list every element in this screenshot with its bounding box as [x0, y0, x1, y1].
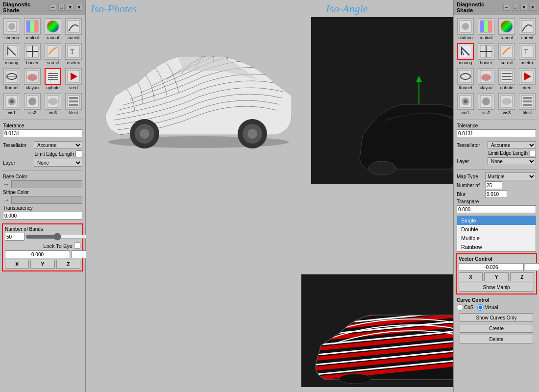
svg-rect-36	[69, 100, 78, 102]
svg-rect-4	[30, 21, 34, 32]
right-x-button[interactable]: X	[459, 272, 483, 281]
left-icon-rancol[interactable]: rancol	[43, 17, 63, 41]
right-icon-ophote[interactable]: ophote	[497, 67, 516, 91]
right-panel-restore[interactable]: □	[512, 4, 519, 11]
left-icon-horver[interactable]: horver	[23, 42, 42, 66]
transparency-input[interactable]	[3, 212, 82, 220]
map-type-menu: Single Double Multiple Rainbow	[457, 216, 536, 252]
base-color-swatch[interactable]	[11, 180, 82, 188]
left-icon-isoang[interactable]: isoang	[2, 42, 22, 66]
left-panel-close[interactable]: ✕	[75, 4, 82, 11]
bands-slider[interactable]	[25, 234, 89, 240]
iso-photes-viewport	[91, 17, 306, 159]
svg-point-33	[48, 98, 58, 105]
stripe-color-arrow[interactable]: →	[3, 196, 10, 204]
map-type-dropdown[interactable]: Multiple Single Double Rainbow	[485, 172, 536, 180]
main-area: Iso-Photes Iso-Angle	[86, 0, 453, 392]
right-icon-curevl[interactable]: curevl	[517, 17, 537, 41]
svg-point-55	[368, 161, 396, 175]
svg-rect-35	[69, 97, 78, 99]
right-icon-vis1[interactable]: vis1	[456, 92, 475, 116]
bands-input[interactable]	[5, 233, 24, 241]
base-color-label: Base Color	[3, 174, 82, 179]
right-tolerance-input[interactable]	[457, 129, 536, 137]
visual-radio[interactable]	[477, 304, 484, 311]
transparency-label: Transparency	[3, 205, 33, 211]
single-option[interactable]: Single	[457, 216, 536, 225]
left-icon-vred[interactable]: vred	[64, 67, 83, 91]
limit-edge-checkbox[interactable]	[75, 150, 82, 158]
delete-btn[interactable]: Delete	[460, 335, 533, 343]
iso-photes-car-svg	[91, 17, 306, 159]
right-icon-vis2[interactable]: vis2	[476, 92, 496, 116]
vector-x-input[interactable]	[459, 263, 524, 271]
num-of-label: Number of	[457, 183, 484, 188]
svg-rect-107	[523, 97, 532, 99]
right-layer-dropdown[interactable]: None	[488, 157, 536, 165]
right-panel-menu[interactable]: ▼	[520, 4, 527, 11]
right-icon-filest[interactable]: filest	[517, 92, 537, 116]
left-icon-vis3[interactable]: vis3	[43, 92, 63, 116]
blur-input[interactable]	[485, 190, 507, 198]
show-manip-button[interactable]: Show Manip	[459, 283, 534, 292]
left-icon-usetex[interactable]: T usetex	[64, 42, 83, 66]
z-button[interactable]: Z	[56, 260, 80, 269]
show-curves-only-btn[interactable]: Show Curves Only	[460, 313, 533, 322]
x-value-input[interactable]	[5, 250, 70, 258]
svg-point-75	[462, 23, 469, 30]
right-icon-usetex[interactable]: T usetex	[517, 42, 537, 66]
left-icon-surevl[interactable]: surevl	[43, 42, 63, 66]
right-icon-mulcol[interactable]: mulcol	[476, 17, 496, 41]
svg-point-101	[464, 99, 467, 103]
multiple-option[interactable]: Multiple	[457, 234, 536, 243]
left-icon-ltunnel[interactable]: ltunnel	[2, 67, 22, 91]
left-icon-filest[interactable]: filest	[64, 92, 83, 116]
left-icon-vis1[interactable]: vis1	[2, 92, 22, 116]
double-option[interactable]: Double	[457, 225, 536, 234]
right-icon-vred[interactable]: vred	[517, 67, 537, 91]
base-color-arrow[interactable]: →	[3, 180, 10, 188]
left-icon-ophote[interactable]: ophote	[43, 67, 63, 91]
layer-dropdown[interactable]: None	[34, 159, 82, 167]
right-limit-edge-checkbox[interactable]	[529, 150, 536, 156]
tolerance-input[interactable]	[3, 129, 82, 137]
right-z-button[interactable]: Z	[510, 272, 534, 281]
create-btn[interactable]: Create	[460, 324, 533, 333]
vector-y-input[interactable]	[525, 263, 539, 271]
right-icon-horver[interactable]: horver	[476, 42, 496, 66]
svg-point-1	[8, 23, 15, 30]
right-icon-surevl[interactable]: surevl	[497, 42, 516, 66]
left-icon-curevl[interactable]: curevl	[64, 17, 83, 41]
vector-control-label: Vector Control	[459, 256, 534, 262]
right-num-bands-input[interactable]	[485, 181, 502, 189]
right-transparency-input[interactable]	[457, 205, 536, 213]
right-icon-vis3[interactable]: vis3	[497, 92, 516, 116]
x-button[interactable]: X	[5, 260, 29, 269]
right-icon-clayao[interactable]: clayao	[476, 67, 496, 91]
svg-rect-3	[26, 21, 30, 32]
right-icon-shdnon[interactable]: shdnon	[456, 17, 475, 41]
right-tessellator-dropdown[interactable]: Accurate	[488, 141, 536, 149]
left-icon-vis2[interactable]: vis2	[23, 92, 42, 116]
left-panel-minimize[interactable]: ─	[49, 4, 56, 11]
rainbow-option[interactable]: Rainbow	[457, 243, 536, 251]
curve-control-section: Curve Control CoS Visual Show Curves Onl…	[454, 296, 539, 346]
left-icon-shdnon[interactable]: shdnon	[2, 17, 22, 41]
lock-to-eye-checkbox[interactable]	[74, 243, 80, 249]
stripe-color-swatch[interactable]	[11, 196, 82, 204]
y-button[interactable]: Y	[30, 260, 54, 269]
cos-radio[interactable]	[457, 304, 463, 311]
left-icon-mulcol[interactable]: mulcol	[23, 17, 42, 41]
right-icon-ltunnel[interactable]: ltunnel	[456, 67, 475, 91]
tessellator-dropdown[interactable]: Accurate	[34, 141, 82, 149]
map-type-label: Map Type	[457, 174, 484, 179]
right-panel-close[interactable]: ✕	[529, 4, 536, 11]
right-y-button[interactable]: Y	[484, 272, 508, 281]
right-panel-minimize[interactable]: ─	[503, 4, 510, 11]
left-panel-menu[interactable]: ▼	[67, 4, 74, 11]
bands-section: Number of Bands Lock To Eye X Y Z	[2, 223, 83, 271]
right-icon-rancol[interactable]: rancol	[497, 17, 516, 41]
left-panel-restore[interactable]: □	[58, 4, 65, 11]
left-icon-clayao[interactable]: clayao	[23, 67, 42, 91]
right-icon-isoang[interactable]: isoang	[456, 42, 475, 66]
